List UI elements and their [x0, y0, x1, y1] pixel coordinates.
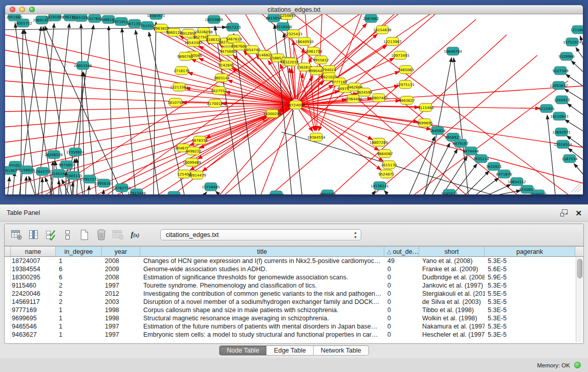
graph-node[interactable]: 1615170 — [381, 161, 397, 169]
graph-node[interactable]: 9245012 — [530, 190, 546, 194]
graph-node[interactable]: 14136141 — [371, 182, 389, 190]
graph-node[interactable]: 9699695 — [417, 119, 432, 127]
column-header-gutter[interactable] — [5, 247, 11, 256]
table-row[interactable]: 1456911722003Disruption of a novel membe… — [5, 298, 583, 306]
row-height-icon[interactable] — [60, 227, 75, 243]
graph-node[interactable]: 15692971 — [552, 128, 571, 136]
table-selector-dropdown[interactable]: citations_edges.txt ▲▼ — [160, 229, 361, 240]
graph-node[interactable]: 9227349 — [552, 67, 568, 75]
graph-node[interactable]: 4498222 — [185, 147, 201, 155]
graph-node[interactable]: 7955812 — [313, 56, 329, 64]
graph-node[interactable]: 2087682 — [363, 14, 379, 23]
graph-node[interactable]: 16033809 — [205, 15, 223, 24]
graph-node[interactable]: 1167534 — [561, 155, 578, 163]
graph-node[interactable]: 12213967 — [383, 37, 402, 46]
table-settings-icon[interactable] — [10, 227, 24, 243]
create-table-icon[interactable] — [77, 227, 92, 243]
column-header-pagerank[interactable]: pagerank — [485, 247, 575, 256]
memory-status-indicator[interactable] — [574, 362, 581, 368]
table-row[interactable]: 977716911998Corpus callosum shape and si… — [5, 306, 583, 314]
column-header-name[interactable]: name — [11, 247, 56, 256]
graph-node[interactable]: 1244413 — [554, 96, 570, 104]
graph-node[interactable]: 1810751 — [167, 98, 183, 106]
graph-node[interactable]: 1640954 — [429, 126, 446, 135]
window-titlebar[interactable]: citations_edges.txt — [5, 5, 583, 14]
graph-node[interactable]: 2935114 — [473, 155, 489, 163]
graph-node[interactable]: 9245033 — [441, 189, 457, 194]
graph-node[interactable]: 9329966 — [558, 52, 575, 60]
graph-node[interactable]: 8813054 — [266, 14, 282, 22]
import-table-icon[interactable] — [111, 227, 125, 243]
graph-node[interactable]: 9975857 — [58, 161, 74, 169]
table-row[interactable]: 911546021997Tourette syndrome. Phenomeno… — [5, 281, 583, 290]
column-header-in_degree[interactable]: in_degree — [56, 247, 102, 256]
column-header-short[interactable]: short — [419, 247, 485, 256]
graph-node[interactable]: 9524871 — [378, 170, 394, 178]
graph-node[interactable]: 9884067 — [377, 149, 393, 158]
graph-node[interactable]: 9115460 — [418, 103, 433, 112]
graph-node[interactable]: 18383571 — [147, 14, 165, 19]
graph-node[interactable]: 8471676 — [496, 170, 512, 178]
graph-node[interactable]: 9694569 — [319, 190, 335, 194]
graph-node[interactable]: 9890761 — [177, 52, 193, 60]
graph-node[interactable]: 8427552 — [211, 86, 227, 95]
network-canvas[interactable]: 7963822886012889129592322605898275051654… — [5, 14, 583, 194]
select-all-rows-icon[interactable] — [43, 227, 58, 243]
table-row[interactable]: 946554611997Estimation of the future num… — [5, 322, 583, 331]
graph-node[interactable]: 16210643 — [550, 112, 569, 120]
column-header-title[interactable]: title — [140, 247, 384, 256]
graph-node[interactable]: 10807487 — [369, 94, 388, 102]
graph-node[interactable]: 16648784 — [444, 47, 462, 55]
graph-edge — [568, 104, 583, 115]
graph-node[interactable]: 5878334 — [191, 136, 208, 144]
graph-node[interactable]: 7857223 — [225, 23, 241, 31]
graph-node[interactable]: 3824594 — [356, 88, 373, 96]
graph-node[interactable]: 8860128 — [166, 28, 182, 36]
delete-table-icon[interactable] — [94, 227, 108, 243]
tab-edge-table[interactable]: Edge Table — [267, 346, 313, 355]
float-panel-icon[interactable] — [560, 209, 568, 216]
graph-node[interactable]: 9242845 — [218, 61, 234, 69]
graph-node[interactable]: 7632821 — [486, 162, 502, 170]
graph-node[interactable]: 12975115 — [396, 80, 415, 89]
graph-node[interactable]: 391907 — [5, 166, 17, 174]
graph-node[interactable]: 9475685 — [220, 47, 235, 55]
table-panel-titlebar[interactable]: Table Panel ✕ — [0, 204, 588, 222]
table-row[interactable]: 2242004622012Investigating the contribut… — [5, 290, 583, 298]
graph-node[interactable]: 2236299 — [268, 191, 284, 194]
table-row[interactable]: 969969511998Structural magnetic resonanc… — [5, 314, 583, 322]
tab-node-table[interactable]: Node Table — [220, 346, 267, 355]
graph-node[interactable]: 19384554 — [307, 133, 325, 141]
graph-node[interactable]: 1404364 — [166, 191, 182, 194]
graph-node[interactable]: 751552 — [141, 21, 155, 30]
toggle-columns-icon[interactable] — [27, 227, 41, 243]
graph-node[interactable]: 1156829 — [18, 166, 34, 174]
close-panel-icon[interactable]: ✕ — [575, 209, 582, 217]
tab-network-table[interactable]: Network Table — [314, 346, 368, 355]
graph-node[interactable]: 1211804 — [570, 26, 583, 34]
table-scrollbar-thumb[interactable] — [577, 259, 582, 278]
graph-node[interactable]: 7485063 — [398, 65, 413, 74]
table-row[interactable]: 1872400712008Changes of HCN gene express… — [5, 257, 583, 265]
graph-node[interactable]: 20053346 — [74, 61, 92, 70]
graph-node[interactable]: 2170012 — [207, 99, 223, 107]
graph-node[interactable]: 6479197 — [452, 139, 468, 147]
graph-node[interactable]: 15716485 — [202, 183, 220, 191]
table-scrollbar[interactable] — [576, 257, 583, 342]
graph-node[interactable]: 16154838 — [373, 26, 391, 34]
graph-node[interactable]: 9463627 — [399, 96, 415, 104]
table-row[interactable]: 1938455462009Genome-wide association stu… — [5, 265, 583, 273]
graph-node[interactable]: 2718176 — [173, 67, 190, 75]
column-header-year[interactable]: year — [102, 247, 140, 256]
graph-node[interactable]: 9474444 — [463, 147, 479, 155]
canvas-resize-grip[interactable] — [571, 182, 581, 192]
graph-node[interactable]: 2803144 — [213, 74, 230, 82]
table-row[interactable]: 946362711997Embryonic stem cells: a mode… — [5, 331, 583, 339]
graph-node[interactable]: 15751074 — [563, 38, 581, 46]
graph-node[interactable]: 17016504 — [554, 140, 572, 148]
graph-node[interactable]: 16640910 — [295, 37, 314, 46]
table-row[interactable]: 1830029562008Estimation of significance … — [5, 273, 583, 281]
graph-node[interactable]: 8215955 — [538, 104, 554, 113]
function-builder-icon[interactable]: f(x) — [128, 227, 142, 243]
column-header-out_degree[interactable]: △out_de… — [384, 247, 419, 256]
